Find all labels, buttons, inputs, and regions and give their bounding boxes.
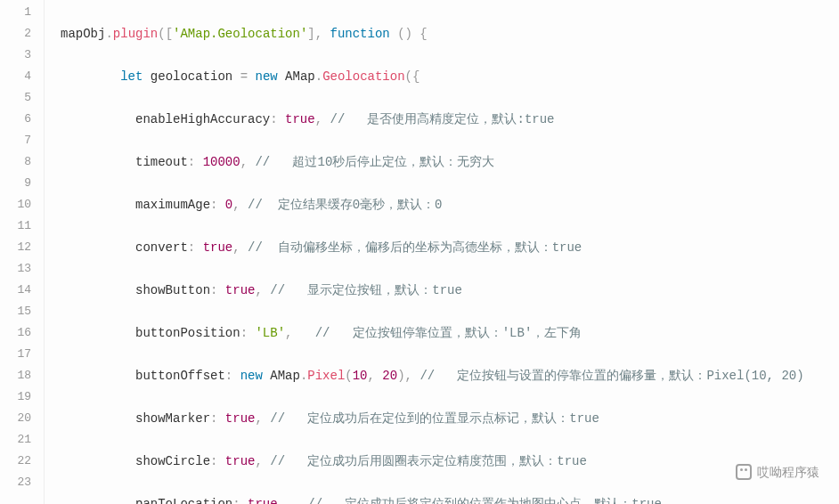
watermark: 哎呦程序猿 (736, 461, 819, 483)
boolean: true (285, 112, 315, 126)
code-line: maximumAge: 0, // 定位结果缓存0毫秒，默认：0 (61, 194, 839, 215)
class-name: Pixel (307, 369, 345, 383)
comment: // 定位成功后在定位到的位置显示点标记，默认：true (270, 411, 599, 426)
property: enableHighAccuracy (135, 112, 270, 126)
line-number: 13 (0, 258, 44, 280)
keyword: new (240, 369, 263, 383)
boolean: true (225, 411, 256, 426)
code-line: panToLocation: true, // 定位成功后将定位到的位置作为地图… (61, 493, 839, 504)
number: 10 (353, 369, 368, 383)
comment: // 定位按钮与设置的停靠位置的偏移量，默认：Pixel(10, 20) (420, 369, 803, 383)
line-number: 12 (0, 237, 44, 258)
comment: // 定位成功后用圆圈表示定位精度范围，默认：true (270, 454, 587, 468)
property: convert (135, 240, 188, 255)
comment: // 超过10秒后停止定位，默认：无穷大 (255, 155, 494, 169)
comment: // 定位结果缓存0毫秒，默认：0 (248, 198, 442, 212)
line-number: 20 (0, 408, 44, 429)
identifier: mapObj (61, 27, 105, 41)
code-line: enableHighAccuracy: true, // 是否使用高精度定位，默… (61, 109, 839, 130)
property: panToLocation (135, 497, 232, 504)
line-number: 19 (0, 386, 44, 408)
boolean: true (225, 454, 256, 468)
code-line: buttonPosition: 'LB', // 定位按钮停靠位置，默认：'LB… (61, 322, 839, 344)
property: maximumAge (135, 198, 210, 212)
code-editor: 1 2 3 4 5 6 7 8 9 10 11 12 13 14 15 16 1… (0, 0, 839, 504)
code-line: convert: true, // 自动偏移坐标，偏移后的坐标为高德坐标，默认：… (61, 237, 839, 258)
comment: // 自动偏移坐标，偏移后的坐标为高德坐标，默认：true (248, 240, 582, 255)
keyword: let (120, 69, 143, 84)
line-number: 11 (0, 215, 44, 237)
line-number: 4 (0, 66, 44, 87)
line-number: 3 (0, 45, 44, 66)
line-number: 17 (0, 344, 44, 365)
line-number: 23 (0, 472, 44, 493)
line-number: 6 (0, 109, 44, 130)
code-line: let geolocation = new AMap.Geolocation({ (61, 66, 839, 87)
property: showButton (135, 283, 210, 297)
number: 10000 (203, 155, 240, 169)
function-call: plugin (113, 27, 158, 41)
property: buttonPosition (135, 326, 240, 340)
property: showCircle (135, 454, 210, 468)
line-number-gutter: 1 2 3 4 5 6 7 8 9 10 11 12 13 14 15 16 1… (0, 0, 45, 504)
boolean: true (248, 497, 278, 504)
line-number: 18 (0, 365, 44, 386)
line-number: 14 (0, 280, 44, 301)
line-number: 1 (0, 2, 44, 23)
line-number: 15 (0, 301, 44, 322)
line-number: 21 (0, 429, 44, 451)
wechat-icon (736, 464, 752, 480)
comment: // 显示定位按钮，默认：true (270, 283, 462, 297)
code-line: buttonOffset: new AMap.Pixel(10, 20), //… (61, 365, 839, 386)
keyword: function (330, 27, 390, 41)
line-number: 16 (0, 322, 44, 344)
code-line: mapObj.plugin(['AMap.Geolocation'], func… (61, 23, 839, 45)
boolean: true (203, 240, 233, 255)
code-line: showCircle: true, // 定位成功后用圆圈表示定位精度范围，默认… (61, 451, 839, 472)
watermark-text: 哎呦程序猿 (757, 461, 819, 483)
line-number: 7 (0, 130, 44, 151)
line-number: 22 (0, 451, 44, 472)
line-number: 2 (0, 23, 44, 45)
class-name: Geolocation (322, 69, 404, 84)
line-number: 10 (0, 194, 44, 215)
number: 0 (225, 198, 232, 212)
property: timeout (135, 155, 188, 169)
string-literal: 'LB' (255, 326, 285, 340)
comment: // 是否使用高精度定位，默认:true (330, 112, 554, 126)
line-number: 9 (0, 173, 44, 194)
number: 20 (382, 369, 397, 383)
string-literal: 'AMap.Geolocation' (173, 27, 307, 41)
property: showMarker (135, 411, 210, 426)
boolean: true (225, 283, 256, 297)
code-line: timeout: 10000, // 超过10秒后停止定位，默认：无穷大 (61, 151, 839, 173)
line-number: 5 (0, 87, 44, 109)
comment: // 定位按钮停靠位置，默认：'LB'，左下角 (315, 326, 582, 340)
code-line: showMarker: true, // 定位成功后在定位到的位置显示点标记，默… (61, 408, 839, 429)
property: buttonOffset (135, 369, 225, 383)
keyword: new (255, 69, 277, 84)
comment: // 定位成功后将定位到的位置作为地图中心点，默认：true (307, 497, 662, 504)
identifier: geolocation (151, 69, 232, 84)
code-content[interactable]: mapObj.plugin(['AMap.Geolocation'], func… (45, 0, 839, 504)
line-number: 8 (0, 151, 44, 173)
code-line: showButton: true, // 显示定位按钮，默认：true (61, 280, 839, 301)
